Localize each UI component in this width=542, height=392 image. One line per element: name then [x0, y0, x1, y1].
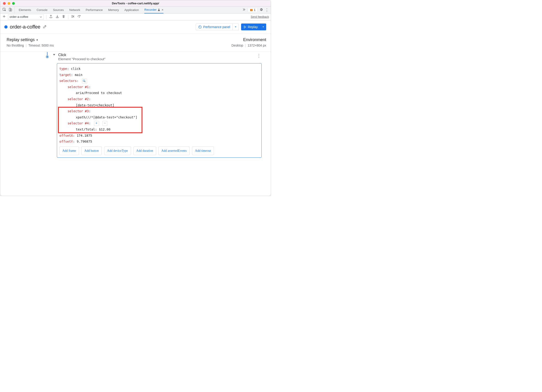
step-details-card: type: click target: main selectors: sele… — [57, 63, 262, 158]
export-icon[interactable] — [49, 14, 53, 19]
chevron-down-icon — [39, 16, 42, 18]
play-icon — [243, 26, 246, 28]
selector-2-value[interactable]: [data-test=checkout] — [76, 103, 114, 107]
settings-row: Replay settings No throttling | Timeout:… — [0, 34, 271, 52]
settings-icon[interactable] — [259, 8, 263, 12]
chip-add-frame[interactable]: Add frame — [59, 146, 79, 155]
timeline-dot-icon — [46, 56, 49, 58]
recording-selector[interactable]: order-a-coffee — [8, 14, 44, 19]
step-title: Click — [58, 53, 105, 57]
recording-name: order-a-coffee — [10, 24, 40, 30]
step-icon[interactable] — [77, 14, 82, 19]
tab-elements[interactable]: Elements — [19, 7, 31, 13]
offset-x-value[interactable]: 174.1875 — [77, 134, 92, 137]
chip-add-button[interactable]: Add button — [81, 146, 102, 155]
add-selector-button[interactable]: + — [94, 121, 99, 126]
replay-settings-toggle[interactable]: Replay settings — [7, 38, 54, 42]
new-recording-icon[interactable] — [2, 14, 6, 19]
add-property-chips: Add frame Add button Add deviceType Add … — [59, 146, 259, 155]
env-size: 1372×804 px — [248, 43, 266, 47]
pick-selector-icon[interactable] — [82, 79, 87, 84]
tab-recorder[interactable]: Recorder × — [144, 7, 163, 13]
recording-header: order-a-coffee Performance panel Replay — [0, 20, 271, 34]
devtools-tabstrip: Elements Console Sources Network Perform… — [0, 7, 271, 13]
step-more-icon[interactable]: ⋮ — [257, 53, 262, 59]
env-device: Desktop — [232, 43, 243, 47]
recording-indicator-icon — [4, 25, 8, 28]
inspect-icon[interactable] — [3, 8, 6, 12]
delete-icon[interactable] — [61, 14, 66, 19]
throttling-value: No throttling — [7, 43, 24, 47]
tab-performance[interactable]: Performance — [86, 7, 103, 13]
step-list[interactable]: Click Element "Proceed to checkout" ⋮ ty… — [0, 52, 271, 196]
window-title: DevTools - coffee-cart.netlify.app/ — [0, 2, 271, 5]
chip-add-assertedevents[interactable]: Add assertedEvents — [158, 146, 190, 155]
offset-y-value[interactable]: 9.796875 — [77, 140, 92, 143]
selector-3-value[interactable]: xpath///*[@data-test="checkout"] — [76, 115, 137, 119]
chevron-right-icon — [36, 39, 38, 41]
edit-name-icon[interactable] — [43, 25, 47, 29]
svg-rect-2 — [10, 9, 12, 11]
flask-icon — [157, 8, 160, 11]
tab-sources[interactable]: Sources — [53, 7, 64, 13]
remove-selector-button[interactable]: − — [102, 121, 107, 126]
tab-application[interactable]: Application — [125, 7, 139, 13]
step-disclosure-icon[interactable] — [53, 54, 55, 57]
svg-rect-1 — [9, 8, 11, 11]
recorder-toolbar: order-a-coffee Send feedback — [0, 13, 271, 20]
more-tabs-icon[interactable] — [240, 8, 248, 12]
send-feedback-link[interactable]: Send feedback — [251, 15, 269, 18]
selector-1-value[interactable]: aria/Proceed to checkout — [76, 91, 122, 95]
gauge-icon — [198, 25, 202, 29]
tab-console[interactable]: Console — [37, 7, 48, 13]
step-subtitle: Element "Proceed to checkout" — [58, 57, 105, 61]
performance-panel-dropdown[interactable] — [233, 23, 239, 30]
svg-rect-5 — [251, 10, 252, 11]
timeout-value: Timeout: 5000 ms — [28, 43, 54, 47]
svg-rect-4 — [251, 9, 252, 10]
tab-memory[interactable]: Memory — [108, 7, 119, 13]
selector-4-value[interactable]: text/Total: $12.00 — [76, 128, 110, 131]
performance-panel-split-button: Performance panel — [196, 23, 239, 30]
tab-network[interactable]: Network — [69, 7, 80, 13]
replay-split-button: Replay — [241, 23, 266, 30]
performance-panel-button[interactable]: Performance panel — [196, 23, 233, 30]
environment-label: Environment — [243, 38, 266, 42]
device-toolbar-icon[interactable] — [8, 8, 12, 12]
svg-point-6 — [79, 17, 79, 17]
replay-button[interactable]: Replay — [241, 23, 260, 30]
tab-close-icon[interactable]: × — [162, 8, 163, 12]
step-type-value[interactable]: click — [71, 67, 81, 70]
step-target-value[interactable]: main — [75, 73, 82, 77]
continue-icon[interactable] — [70, 14, 75, 19]
chip-add-duration[interactable]: Add duration — [133, 146, 156, 155]
issues-badge[interactable]: 1 — [248, 8, 258, 12]
chip-add-timeout[interactable]: Add timeout — [192, 146, 214, 155]
titlebar: DevTools - coffee-cart.netlify.app/ — [0, 0, 271, 7]
replay-dropdown[interactable] — [260, 23, 266, 30]
chip-add-devicetype[interactable]: Add deviceType — [104, 146, 131, 155]
import-icon[interactable] — [55, 14, 60, 19]
